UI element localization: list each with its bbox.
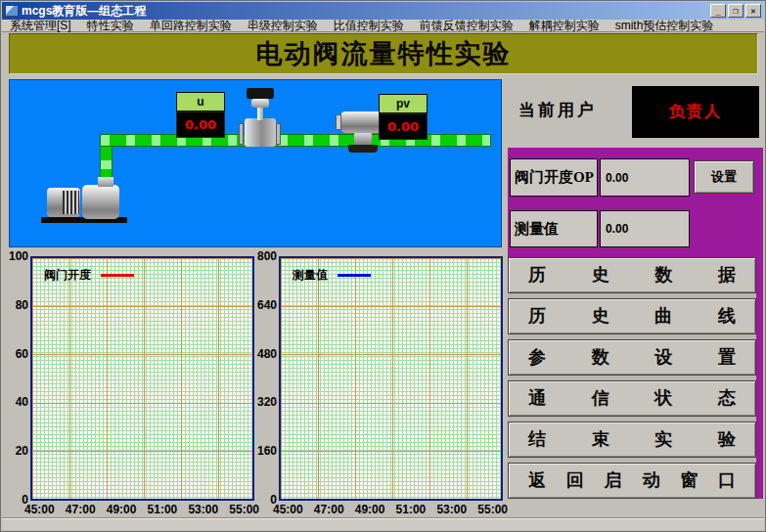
u-display-label: u bbox=[176, 92, 225, 111]
menu-bar: 系统管理[S] 特性实验 单回路控制实验 串级控制实验 比值控制实验 前馈反馈控… bbox=[2, 20, 764, 32]
return-start-window-button[interactable]: 返 回 启 动 窗 口 bbox=[508, 463, 756, 499]
close-icon: ✕ bbox=[750, 6, 755, 16]
history-curve-button[interactable]: 历 史 曲 线 bbox=[508, 298, 756, 334]
pump-nozzle bbox=[98, 177, 113, 187]
y-tick: 320 bbox=[257, 395, 277, 409]
control-panel: 阀门开度OP 0.00 设置 测量值 0.00 历 史 数 据 历 史 曲 线 … bbox=[508, 148, 763, 499]
menu-system-management[interactable]: 系统管理[S] bbox=[2, 20, 79, 32]
restore-button[interactable]: ❐ bbox=[728, 4, 743, 18]
chart1-legend: 阀门开度 bbox=[44, 267, 134, 284]
flowmeter-mount bbox=[354, 133, 372, 145]
valve-opening-op-input[interactable]: 0.00 bbox=[600, 158, 690, 197]
x-tick: 47:00 bbox=[314, 503, 344, 516]
valve-disc bbox=[251, 99, 269, 108]
y-tick: 80 bbox=[16, 298, 28, 312]
x-tick: 49:00 bbox=[355, 503, 385, 516]
x-tick: 55:00 bbox=[477, 503, 508, 516]
current-user-box: 负责人 bbox=[632, 86, 759, 138]
x-tick: 51:00 bbox=[396, 503, 427, 516]
valve-flange-left bbox=[239, 123, 244, 145]
menu-ratio-control[interactable]: 比值控制实验 bbox=[326, 20, 412, 32]
window-title: mcgs教育版—组态工程 bbox=[22, 2, 708, 20]
x-tick: 53:00 bbox=[436, 503, 467, 516]
y-tick: 60 bbox=[16, 347, 28, 361]
chart2-legend-label: 测量值 bbox=[293, 267, 328, 284]
chart1-x-axis: 45:00 47:00 49:00 51:00 53:00 55:00 bbox=[24, 503, 259, 516]
close-button[interactable]: ✕ bbox=[745, 4, 761, 18]
chart2-y-axis: 800 640 480 320 160 0 bbox=[251, 249, 277, 507]
u-display: u 0.00 bbox=[176, 92, 225, 138]
y-tick: 160 bbox=[257, 444, 277, 458]
pv-display: pv 0.00 bbox=[379, 94, 428, 140]
pv-display-value: 0.00 bbox=[379, 113, 428, 140]
restore-icon: ❐ bbox=[733, 6, 738, 16]
measured-value-label: 测量值 bbox=[510, 210, 598, 247]
measured-value-display: 0.00 bbox=[600, 210, 690, 247]
y-tick: 480 bbox=[257, 347, 277, 361]
valve-flange-right bbox=[276, 123, 281, 145]
menu-feedforward-feedback-control[interactable]: 前馈反馈控制实验 bbox=[412, 20, 521, 32]
menu-single-loop-control[interactable]: 单回路控制实验 bbox=[142, 20, 240, 32]
flowmeter-cap-left bbox=[336, 114, 341, 130]
menu-decoupling-control[interactable]: 解耦控制实验 bbox=[521, 20, 608, 32]
current-user-value: 负责人 bbox=[669, 102, 722, 122]
valve-stem bbox=[257, 107, 263, 120]
minimize-icon: _ bbox=[715, 6, 720, 16]
x-tick: 49:00 bbox=[107, 503, 137, 516]
x-tick: 45:00 bbox=[273, 503, 303, 516]
menu-smith-predictive-control[interactable]: smith预估控制实验 bbox=[608, 20, 722, 32]
valve-actuator-cap bbox=[247, 88, 274, 99]
communication-status-button[interactable]: 通 信 状 态 bbox=[508, 380, 756, 417]
pv-display-label: pv bbox=[379, 94, 428, 113]
valve-opening-op-label: 阀门开度OP bbox=[510, 158, 598, 197]
chart2-legend: 测量值 bbox=[293, 267, 371, 284]
chart1-y-axis: 100 80 60 40 20 0 bbox=[3, 249, 28, 507]
menu-cascade-control[interactable]: 串级控制实验 bbox=[240, 20, 326, 32]
status-bar bbox=[2, 517, 764, 530]
pump-icon bbox=[82, 185, 119, 219]
y-tick: 40 bbox=[16, 395, 28, 409]
valve-opening-trend-chart: 阀门开度 bbox=[30, 256, 254, 501]
x-tick: 45:00 bbox=[24, 503, 55, 516]
menu-characteristic-experiment[interactable]: 特性实验 bbox=[79, 20, 142, 32]
process-diagram: u 0.00 pv 0.00 bbox=[9, 79, 502, 247]
history-data-button[interactable]: 历 史 数 据 bbox=[508, 257, 756, 293]
title-bar: mcgs教育版—组态工程 _ ❐ ✕ bbox=[2, 2, 764, 20]
y-tick: 100 bbox=[9, 249, 28, 263]
y-tick: 800 bbox=[257, 249, 277, 263]
control-valve-icon bbox=[245, 118, 276, 147]
u-display-value: 0.00 bbox=[176, 111, 225, 138]
app-window: mcgs教育版—组态工程 _ ❐ ✕ 系统管理[S] 特性实验 单回路控制实验 … bbox=[0, 0, 766, 532]
chart1-legend-label: 阀门开度 bbox=[44, 267, 91, 284]
chart2-x-axis: 45:00 47:00 49:00 51:00 53:00 55:00 bbox=[273, 503, 508, 516]
set-button[interactable]: 设置 bbox=[694, 160, 754, 194]
blue-line-icon bbox=[338, 274, 371, 277]
experiment-title-banner: 电动阀流量特性实验 bbox=[9, 33, 758, 74]
current-user-label: 当前用户 bbox=[518, 99, 597, 121]
end-experiment-button[interactable]: 结 束 实 验 bbox=[508, 421, 756, 458]
flowmeter-feet bbox=[348, 145, 378, 153]
pipe-horizontal bbox=[100, 134, 491, 147]
page-title: 电动阀流量特性实验 bbox=[256, 36, 512, 71]
parameter-settings-button[interactable]: 参 数 设 置 bbox=[508, 339, 756, 376]
x-tick: 51:00 bbox=[148, 503, 178, 516]
x-tick: 47:00 bbox=[66, 503, 96, 516]
action-button-block: 历 史 数 据 历 史 曲 线 参 数 设 置 通 信 状 态 结 束 实 验 … bbox=[508, 257, 756, 499]
app-icon bbox=[5, 5, 19, 17]
y-tick: 20 bbox=[16, 444, 28, 458]
measured-value-trend-chart: 测量值 bbox=[279, 256, 503, 501]
pump-motor-fins bbox=[63, 191, 79, 214]
x-tick: 53:00 bbox=[188, 503, 218, 516]
red-line-icon bbox=[101, 274, 134, 277]
y-tick: 640 bbox=[257, 298, 277, 312]
minimize-button[interactable]: _ bbox=[710, 4, 726, 18]
